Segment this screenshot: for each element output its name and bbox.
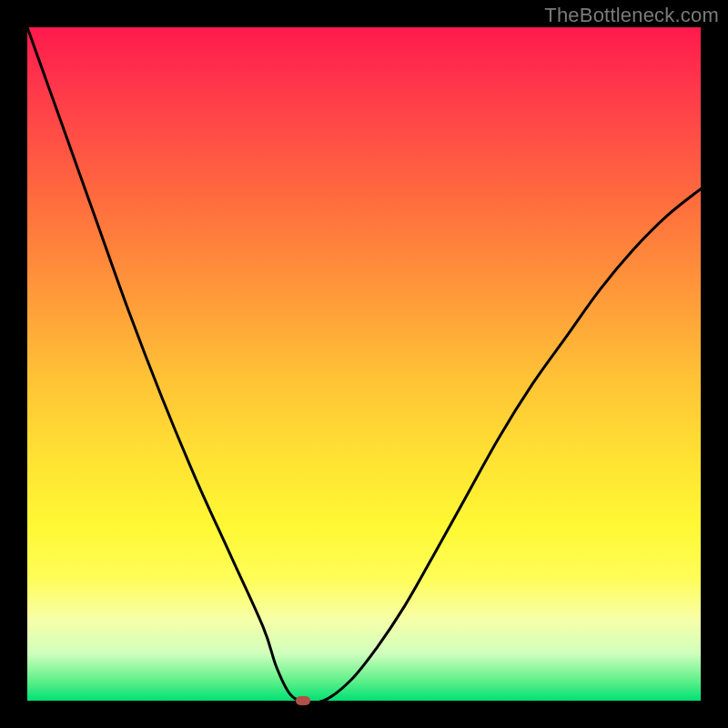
optimal-point-marker [296,696,310,705]
bottleneck-curve [27,27,701,701]
watermark-text: TheBottleneck.com [544,4,719,27]
